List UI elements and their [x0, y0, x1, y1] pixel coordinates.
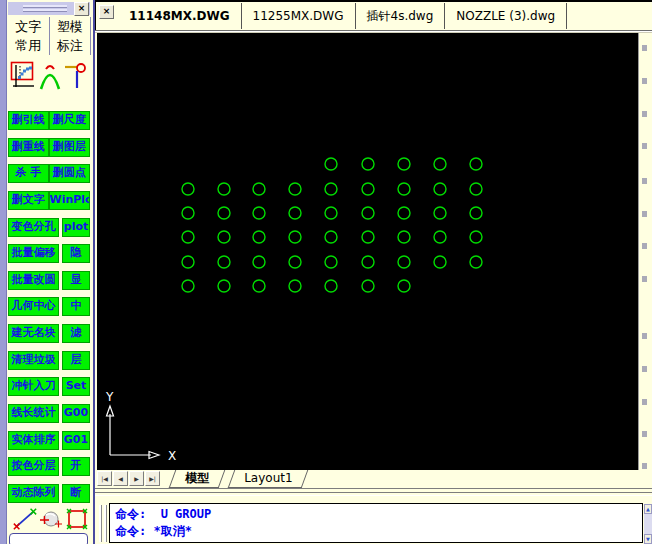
palette-button[interactable]: 按色分层 [8, 457, 59, 476]
command-window: 命令: U GROUP 命令: *取消* ▲ ▼ [95, 503, 652, 544]
palette-tab[interactable]: 文字 [8, 17, 50, 36]
palette-button[interactable]: 删引线 [8, 111, 49, 130]
palette-titlebar[interactable]: × [8, 2, 90, 15]
doc-tab[interactable]: NOZZLE (3).dwg [445, 3, 567, 29]
drawing-circle [325, 231, 337, 243]
curve-fit-tool-button[interactable] [10, 60, 36, 92]
tool-palette: × 文字塑模常用标注 [7, 0, 95, 544]
palette-button[interactable]: 变色分孔 [8, 218, 59, 237]
palette-button[interactable]: 显 [62, 271, 90, 290]
sheet-nav-button[interactable]: ▶| [145, 471, 160, 486]
palette-button[interactable]: 删文字 [8, 191, 49, 210]
window-edge-strip [0, 0, 7, 544]
select-box-tool-button[interactable] [64, 503, 90, 535]
select-box-icon [64, 507, 90, 531]
command-history[interactable]: 命令: U GROUP 命令: *取消* [109, 503, 643, 543]
pin-tool-button[interactable] [63, 60, 89, 92]
drawing-circle [253, 183, 265, 195]
sphere-tool-button[interactable] [38, 503, 64, 535]
sheet-tab[interactable]: Layout1 [228, 470, 309, 488]
command-scrollbar[interactable]: ▲ ▼ [644, 504, 652, 544]
drawing-circle [325, 256, 337, 268]
palette-button[interactable]: 几何中心 [8, 297, 59, 316]
palette-button[interactable]: 实体排序 [8, 431, 59, 450]
palette-button[interactable]: Set [62, 377, 90, 396]
toolbar-strip-mark [642, 276, 647, 282]
palette-button[interactable]: 建无名块 [8, 324, 59, 343]
measure-line-icon [12, 507, 38, 531]
toolbar-strip-mark [642, 178, 647, 184]
palette-button[interactable]: 断 [62, 484, 90, 503]
palette-button-row: 批量偏移隐 [8, 244, 90, 263]
palette-button[interactable]: 批量改圆 [8, 271, 59, 290]
measure-line-tool-button[interactable] [12, 503, 38, 535]
scroll-up-button[interactable]: ▲ [644, 504, 652, 514]
drawing-circle [253, 207, 265, 219]
arch-icon [37, 61, 63, 91]
palette-button[interactable]: 删图层 [49, 138, 91, 157]
drawing-circle [470, 256, 482, 268]
drawing-circle [218, 207, 230, 219]
palette-button[interactable]: 隐 [62, 244, 90, 263]
palette-button[interactable]: 层 [62, 351, 90, 370]
arch-tool-button[interactable] [37, 60, 63, 92]
right-toolbar-strip [638, 33, 652, 470]
drawing-circle [289, 280, 301, 292]
layout-tab-bar: |◀◀▶▶| 模型Layout1 [95, 470, 652, 489]
command-separator [95, 489, 652, 503]
drawing-canvas[interactable]: Y X [97, 33, 638, 470]
palette-button-row: 删引线删尺度 [8, 111, 90, 130]
toolbar-strip-mark [642, 431, 647, 437]
toolbar-strip-mark [642, 111, 647, 117]
palette-button[interactable]: plot [62, 218, 90, 237]
document-close-button[interactable]: × [99, 5, 114, 19]
palette-quick-input[interactable] [9, 533, 88, 544]
drawing-circle [362, 158, 374, 170]
drawing-circle [434, 231, 446, 243]
palette-tab[interactable]: 常用 [8, 36, 50, 55]
palette-button[interactable]: 批量偏移 [8, 244, 59, 263]
palette-button[interactable]: 中 [62, 297, 90, 316]
palette-button[interactable]: 删重线 [8, 138, 49, 157]
palette-button[interactable]: WinPlot [49, 191, 91, 210]
sheet-nav-button[interactable]: ▶ [129, 471, 144, 486]
palette-button[interactable]: 冲针入刀 [8, 377, 59, 396]
palette-tab[interactable]: 标注 [50, 36, 92, 55]
palette-tab[interactable]: 塑模 [50, 17, 92, 36]
palette-button-row: 杀 手删圆点 [8, 164, 90, 183]
palette-close-button[interactable]: × [74, 2, 89, 16]
drawing-circle [289, 183, 301, 195]
toolbar-strip-mark [642, 78, 647, 84]
doc-tab[interactable]: 11255MX.DWG [242, 3, 356, 29]
sheet-nav-button[interactable]: |◀ [97, 471, 112, 486]
palette-button-row: 几何中心中 [8, 297, 90, 316]
drawing-circle [182, 207, 194, 219]
palette-button-row: 清理垃圾层 [8, 351, 90, 370]
command-line: 命令: *取消* [115, 523, 642, 540]
palette-button[interactable]: 线长统计 [8, 404, 59, 423]
scroll-down-button[interactable]: ▼ [644, 534, 652, 544]
doc-tab[interactable]: 插针4s.dwg [356, 3, 446, 29]
palette-button-row: 删重线删图层 [8, 138, 90, 157]
toolbar-strip-mark [642, 45, 647, 51]
drawing-circle [362, 256, 374, 268]
toolbar-strip-mark [642, 399, 647, 405]
palette-button[interactable]: 删尺度 [49, 111, 91, 130]
command-drag-grip[interactable] [99, 505, 107, 542]
palette-button[interactable]: 杀 手 [8, 164, 49, 183]
palette-drag-grip[interactable] [23, 5, 67, 13]
palette-button[interactable]: G01 [62, 431, 90, 450]
drawing-circle [362, 207, 374, 219]
palette-button[interactable]: 滤 [62, 324, 90, 343]
sheet-tab[interactable]: 模型 [169, 470, 226, 488]
palette-button[interactable]: G00 [62, 404, 90, 423]
drawing-circle [325, 207, 337, 219]
doc-tab[interactable]: 11148MX.DWG [118, 3, 242, 29]
palette-button[interactable]: 删圆点 [49, 164, 91, 183]
palette-button[interactable]: 开 [62, 457, 90, 476]
sheet-nav-button[interactable]: ◀ [113, 471, 128, 486]
palette-button[interactable]: 动态陈列 [8, 484, 59, 503]
pin-icon [63, 61, 89, 91]
palette-button[interactable]: 清理垃圾 [8, 351, 59, 370]
sphere-icon [38, 507, 64, 531]
